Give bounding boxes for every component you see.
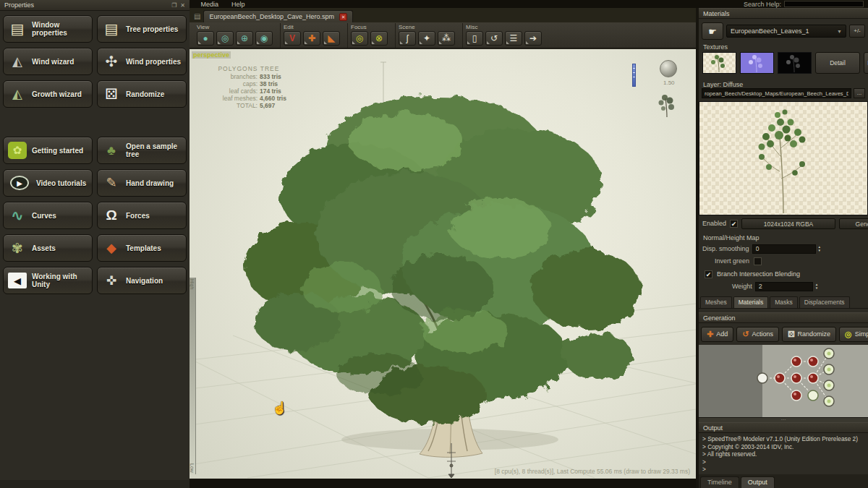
- document-tab-title: EuropeanBeech_Desktop_Cave_Hero.spm: [209, 13, 334, 20]
- view-wireframe-button[interactable]: ◎: [216, 31, 234, 46]
- focus-clear-button[interactable]: ⊗: [370, 31, 388, 46]
- tree-properties-button[interactable]: ▤ Tree properties: [97, 15, 187, 43]
- scale-ruler-widget[interactable]: [632, 64, 636, 87]
- weight-stepper[interactable]: ▴▾: [816, 283, 818, 290]
- randomize-node-button[interactable]: ⚄ Randomize: [782, 327, 836, 342]
- enabled-checkbox[interactable]: ✔: [730, 220, 738, 228]
- navigation-button[interactable]: ✜ Navigation: [97, 267, 187, 294]
- assets-button[interactable]: ✾ Assets: [3, 234, 93, 262]
- gauge-low-label: Low: [190, 463, 195, 473]
- tab-displacements[interactable]: Displacements: [799, 296, 850, 308]
- video-tutorials-button[interactable]: ▶ Video tutorials: [3, 169, 93, 197]
- tree-render: [190, 49, 696, 479]
- branch-blend-checkbox[interactable]: ✔: [705, 270, 712, 278]
- disp-smoothing-stepper[interactable]: ▴▾: [819, 245, 821, 252]
- templates-button[interactable]: ◆ Templates: [97, 234, 187, 262]
- edit-add-button[interactable]: ✚: [303, 31, 320, 46]
- texture-path-input[interactable]: [702, 88, 851, 98]
- detail-normal-texture-button[interactable]: Detail Normal: [864, 52, 868, 74]
- menu-help[interactable]: Help: [225, 1, 252, 8]
- button-label: Growth wizard: [32, 90, 82, 98]
- focus-selection-button[interactable]: ◎: [351, 31, 368, 46]
- focus-target-icon: ◎: [356, 33, 363, 43]
- prune-icon: ◣: [328, 33, 334, 43]
- hand-drawing-button[interactable]: ✎ Hand drawing: [97, 169, 187, 197]
- view-shaded-button[interactable]: ●: [197, 31, 214, 46]
- weight-input[interactable]: [755, 282, 813, 291]
- getting-started-button[interactable]: ✿ Getting started: [3, 137, 93, 164]
- simplify-button[interactable]: ◎ Simplify: [839, 327, 868, 342]
- pencil-icon: ✎: [102, 174, 121, 192]
- scene-scatter-button[interactable]: ⁂: [438, 31, 455, 46]
- misc-rotate-button[interactable]: ↺: [485, 31, 503, 46]
- edit-node-button[interactable]: V: [284, 31, 301, 46]
- tab-meshes[interactable]: Meshes: [700, 296, 732, 308]
- simplify-icon: ◎: [845, 330, 852, 339]
- edit-prune-button[interactable]: ◣: [323, 31, 340, 46]
- tab-close-icon[interactable]: ✕: [339, 13, 347, 21]
- wind-properties-button[interactable]: ✣ Wind properties: [97, 48, 187, 75]
- button-label: Add: [716, 330, 728, 338]
- float-panel-icon[interactable]: ❐: [171, 2, 176, 9]
- actions-button[interactable]: ↺ Actions: [736, 327, 779, 342]
- help-search-input[interactable]: [784, 1, 864, 7]
- disp-smoothing-label: Disp. smoothing: [702, 245, 749, 252]
- menu-media[interactable]: Media: [194, 1, 225, 8]
- scale-reference-sphere[interactable]: [660, 60, 677, 77]
- layer-label: Layer: Diffuse: [699, 81, 868, 88]
- viewport-canvas[interactable]: perspective POLYGONS TREE branches:833 t…: [190, 49, 696, 479]
- close-panel-icon[interactable]: ✕: [180, 2, 185, 9]
- misc-list-button[interactable]: ☰: [505, 31, 522, 46]
- working-with-unity-button[interactable]: ◀ Working with Unity: [3, 267, 93, 294]
- document-tab[interactable]: EuropeanBeech_Desktop_Cave_Hero.spm ✕: [203, 10, 353, 22]
- view-zoom-button[interactable]: ⊕: [236, 31, 253, 46]
- growth-wizard-button[interactable]: ◭ Growth wizard: [3, 80, 93, 108]
- forces-button[interactable]: Ω Forces: [97, 202, 187, 229]
- weight-row: Weight ▴▾: [699, 281, 868, 292]
- browse-button[interactable]: ...: [854, 88, 865, 98]
- resolution-button[interactable]: 1024x1024 RGBA: [741, 218, 835, 229]
- disp-smoothing-input[interactable]: [752, 244, 816, 254]
- hand-cursor: ☝: [272, 401, 287, 416]
- open-sample-tree-button[interactable]: ♣ Open a sample tree: [97, 137, 187, 164]
- rotate-icon: ↺: [490, 33, 498, 43]
- tab-materials[interactable]: Materials: [733, 296, 768, 308]
- misc-export-button[interactable]: ➔: [524, 31, 542, 46]
- window-properties-icon: ▤: [8, 20, 27, 38]
- button-label: Window properties: [32, 21, 88, 37]
- scene-spark-button[interactable]: ✦: [418, 31, 435, 46]
- polygon-stats: POLYGONS TREE branches:833 tris caps:38 …: [211, 65, 286, 109]
- toolbar-group-misc: Misc ▯ ↺ ☰ ➔: [466, 23, 549, 48]
- view-orbit-button[interactable]: ◉: [255, 31, 273, 46]
- grab-hand-button[interactable]: ☛: [702, 22, 723, 40]
- wizard-hat-icon: ◭: [8, 52, 27, 71]
- camera-mode-label[interactable]: perspective: [192, 51, 231, 59]
- unity-logo-icon: ◀: [8, 273, 27, 288]
- randomize-button[interactable]: ⚄ Randomize: [97, 80, 187, 108]
- add-remove-material-button[interactable]: +/-: [849, 25, 865, 38]
- normal-thumbnail[interactable]: [740, 52, 774, 74]
- graph-scrollbar[interactable]: ⋯: [699, 417, 868, 422]
- misc-window-button[interactable]: ▯: [466, 31, 483, 46]
- curve-icon: ∿: [8, 206, 27, 225]
- invert-green-checkbox[interactable]: [754, 257, 762, 265]
- wind-wizard-button[interactable]: ◭ Wind wizard: [3, 48, 93, 75]
- tab-output[interactable]: Output: [741, 476, 775, 488]
- scene-hook-button[interactable]: ʃ: [399, 31, 416, 46]
- navigation-icon: ✜: [102, 271, 121, 290]
- material-dropdown[interactable]: EuropeanBeech_Leaves_1 ▼: [726, 25, 846, 38]
- curves-button[interactable]: ∿ Curves: [3, 202, 93, 229]
- diffuse-thumbnail[interactable]: [702, 52, 736, 74]
- texture-preview[interactable]: [699, 101, 868, 215]
- tab-masks[interactable]: Masks: [770, 296, 798, 308]
- detail-texture-button[interactable]: Detail: [815, 52, 860, 74]
- height-gauge[interactable]: High Low: [190, 278, 196, 474]
- window-properties-button[interactable]: ▤ Window properties: [3, 15, 93, 43]
- button-label: Simplify: [855, 330, 868, 338]
- generate-maps-button[interactable]: Generate M: [839, 218, 868, 229]
- mask-thumbnail[interactable]: [778, 52, 812, 74]
- tab-timeline[interactable]: Timeline: [700, 476, 739, 488]
- add-node-button[interactable]: ✚ Add: [701, 327, 733, 342]
- generation-node-graph[interactable]: [699, 345, 868, 417]
- console-line: > SpeedTree® Modeler v7.1.0 (Unity Editi…: [702, 435, 864, 443]
